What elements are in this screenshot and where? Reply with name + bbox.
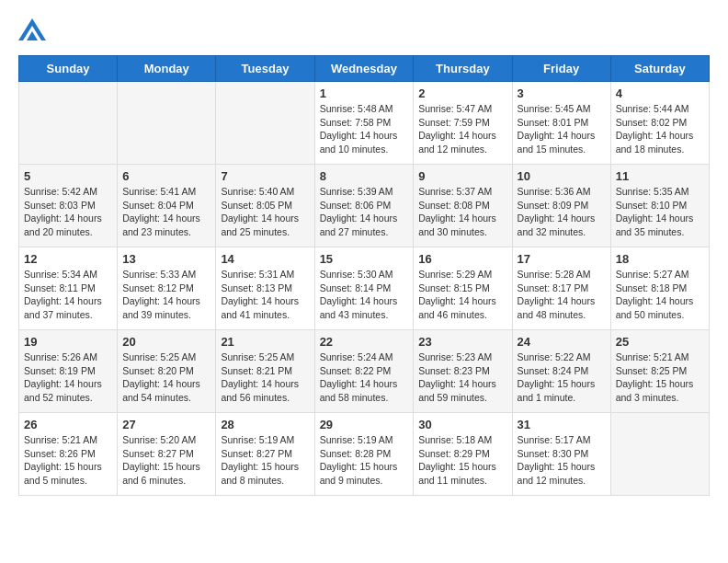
calendar-cell: 5Sunrise: 5:42 AM Sunset: 8:03 PM Daylig… xyxy=(19,165,118,247)
day-info: Sunrise: 5:44 AM Sunset: 8:02 PM Dayligh… xyxy=(616,102,704,156)
logo xyxy=(18,18,50,40)
calendar-week-3: 12Sunrise: 5:34 AM Sunset: 8:11 PM Dayli… xyxy=(19,247,710,330)
weekday-header-monday: Monday xyxy=(118,56,216,82)
day-info: Sunrise: 5:23 AM Sunset: 8:23 PM Dayligh… xyxy=(418,350,506,405)
day-number: 9 xyxy=(418,169,506,183)
day-info: Sunrise: 5:25 AM Sunset: 8:21 PM Dayligh… xyxy=(221,350,309,405)
calendar-cell: 19Sunrise: 5:26 AM Sunset: 8:19 PM Dayli… xyxy=(19,330,118,413)
day-number: 18 xyxy=(616,252,704,266)
calendar-cell: 10Sunrise: 5:36 AM Sunset: 8:09 PM Dayli… xyxy=(512,165,610,247)
calendar-cell: 7Sunrise: 5:40 AM Sunset: 8:05 PM Daylig… xyxy=(216,165,314,247)
calendar-cell: 18Sunrise: 5:27 AM Sunset: 8:18 PM Dayli… xyxy=(610,247,709,330)
calendar-table: SundayMondayTuesdayWednesdayThursdayFrid… xyxy=(18,55,710,496)
day-info: Sunrise: 5:37 AM Sunset: 8:08 PM Dayligh… xyxy=(418,185,506,239)
page-header xyxy=(18,18,710,40)
calendar-cell: 12Sunrise: 5:34 AM Sunset: 8:11 PM Dayli… xyxy=(19,247,118,330)
day-info: Sunrise: 5:33 AM Sunset: 8:12 PM Dayligh… xyxy=(122,268,210,322)
day-info: Sunrise: 5:42 AM Sunset: 8:03 PM Dayligh… xyxy=(24,185,112,239)
day-number: 3 xyxy=(518,86,606,100)
calendar-cell: 4Sunrise: 5:44 AM Sunset: 8:02 PM Daylig… xyxy=(610,82,709,165)
calendar-week-5: 26Sunrise: 5:21 AM Sunset: 8:26 PM Dayli… xyxy=(19,413,710,496)
day-info: Sunrise: 5:21 AM Sunset: 8:26 PM Dayligh… xyxy=(24,433,112,488)
day-number: 12 xyxy=(24,252,112,266)
day-number: 20 xyxy=(122,335,210,349)
day-info: Sunrise: 5:31 AM Sunset: 8:13 PM Dayligh… xyxy=(221,268,309,322)
day-number: 29 xyxy=(320,418,409,431)
calendar-week-2: 5Sunrise: 5:42 AM Sunset: 8:03 PM Daylig… xyxy=(19,165,710,247)
weekday-header-tuesday: Tuesday xyxy=(216,56,314,82)
day-info: Sunrise: 5:39 AM Sunset: 8:06 PM Dayligh… xyxy=(320,185,409,239)
calendar-week-4: 19Sunrise: 5:26 AM Sunset: 8:19 PM Dayli… xyxy=(19,330,710,413)
calendar-cell: 14Sunrise: 5:31 AM Sunset: 8:13 PM Dayli… xyxy=(216,247,314,330)
day-info: Sunrise: 5:17 AM Sunset: 8:30 PM Dayligh… xyxy=(518,433,606,488)
calendar-cell: 6Sunrise: 5:41 AM Sunset: 8:04 PM Daylig… xyxy=(118,165,216,247)
weekday-header-saturday: Saturday xyxy=(610,56,709,82)
calendar-cell: 25Sunrise: 5:21 AM Sunset: 8:25 PM Dayli… xyxy=(610,330,709,413)
calendar-cell: 3Sunrise: 5:45 AM Sunset: 8:01 PM Daylig… xyxy=(512,82,610,165)
calendar-cell: 15Sunrise: 5:30 AM Sunset: 8:14 PM Dayli… xyxy=(314,247,414,330)
calendar-cell: 8Sunrise: 5:39 AM Sunset: 8:06 PM Daylig… xyxy=(314,165,414,247)
day-info: Sunrise: 5:29 AM Sunset: 8:15 PM Dayligh… xyxy=(418,268,506,322)
day-number: 22 xyxy=(320,335,409,349)
calendar-cell: 29Sunrise: 5:19 AM Sunset: 8:28 PM Dayli… xyxy=(314,413,414,496)
day-number: 21 xyxy=(221,335,309,349)
day-number: 14 xyxy=(221,252,309,266)
day-number: 28 xyxy=(221,418,309,431)
day-number: 1 xyxy=(320,86,409,100)
day-info: Sunrise: 5:45 AM Sunset: 8:01 PM Dayligh… xyxy=(518,102,606,156)
calendar-cell: 2Sunrise: 5:47 AM Sunset: 7:59 PM Daylig… xyxy=(414,82,512,165)
day-info: Sunrise: 5:19 AM Sunset: 8:28 PM Dayligh… xyxy=(320,433,409,488)
weekday-header-thursday: Thursday xyxy=(414,56,512,82)
day-number: 27 xyxy=(122,418,210,431)
day-info: Sunrise: 5:48 AM Sunset: 7:58 PM Dayligh… xyxy=(320,102,409,156)
calendar-cell: 11Sunrise: 5:35 AM Sunset: 8:10 PM Dayli… xyxy=(610,165,709,247)
day-number: 19 xyxy=(24,335,112,349)
day-info: Sunrise: 5:35 AM Sunset: 8:10 PM Dayligh… xyxy=(616,185,704,239)
calendar-cell: 9Sunrise: 5:37 AM Sunset: 8:08 PM Daylig… xyxy=(414,165,512,247)
day-number: 30 xyxy=(418,418,506,431)
day-info: Sunrise: 5:36 AM Sunset: 8:09 PM Dayligh… xyxy=(518,185,606,239)
calendar-cell xyxy=(19,82,118,165)
calendar-header-row: SundayMondayTuesdayWednesdayThursdayFrid… xyxy=(19,56,710,82)
day-number: 13 xyxy=(122,252,210,266)
day-number: 25 xyxy=(616,335,704,349)
weekday-header-sunday: Sunday xyxy=(19,56,118,82)
calendar-cell: 1Sunrise: 5:48 AM Sunset: 7:58 PM Daylig… xyxy=(314,82,414,165)
day-number: 23 xyxy=(418,335,506,349)
day-number: 6 xyxy=(122,169,210,183)
calendar-cell xyxy=(610,413,709,496)
day-number: 10 xyxy=(518,169,606,183)
calendar-cell xyxy=(216,82,314,165)
day-info: Sunrise: 5:47 AM Sunset: 7:59 PM Dayligh… xyxy=(418,102,506,156)
day-info: Sunrise: 5:30 AM Sunset: 8:14 PM Dayligh… xyxy=(320,268,409,322)
day-info: Sunrise: 5:21 AM Sunset: 8:25 PM Dayligh… xyxy=(616,350,704,405)
day-info: Sunrise: 5:24 AM Sunset: 8:22 PM Dayligh… xyxy=(320,350,409,405)
calendar-cell: 30Sunrise: 5:18 AM Sunset: 8:29 PM Dayli… xyxy=(414,413,512,496)
calendar-cell: 31Sunrise: 5:17 AM Sunset: 8:30 PM Dayli… xyxy=(512,413,610,496)
day-number: 15 xyxy=(320,252,409,266)
day-info: Sunrise: 5:22 AM Sunset: 8:24 PM Dayligh… xyxy=(518,350,606,405)
day-info: Sunrise: 5:20 AM Sunset: 8:27 PM Dayligh… xyxy=(122,433,210,488)
day-number: 7 xyxy=(221,169,309,183)
day-number: 24 xyxy=(518,335,606,349)
day-info: Sunrise: 5:34 AM Sunset: 8:11 PM Dayligh… xyxy=(24,268,112,322)
day-info: Sunrise: 5:41 AM Sunset: 8:04 PM Dayligh… xyxy=(122,185,210,239)
day-number: 26 xyxy=(24,418,112,431)
calendar-cell: 21Sunrise: 5:25 AM Sunset: 8:21 PM Dayli… xyxy=(216,330,314,413)
weekday-header-friday: Friday xyxy=(512,56,610,82)
day-info: Sunrise: 5:26 AM Sunset: 8:19 PM Dayligh… xyxy=(24,350,112,405)
weekday-header-wednesday: Wednesday xyxy=(314,56,414,82)
day-number: 2 xyxy=(418,86,506,100)
day-info: Sunrise: 5:40 AM Sunset: 8:05 PM Dayligh… xyxy=(221,185,309,239)
day-number: 8 xyxy=(320,169,409,183)
calendar-cell: 13Sunrise: 5:33 AM Sunset: 8:12 PM Dayli… xyxy=(118,247,216,330)
day-number: 5 xyxy=(24,169,112,183)
day-number: 31 xyxy=(518,418,606,431)
calendar-cell xyxy=(118,82,216,165)
calendar-cell: 27Sunrise: 5:20 AM Sunset: 8:27 PM Dayli… xyxy=(118,413,216,496)
calendar-cell: 16Sunrise: 5:29 AM Sunset: 8:15 PM Dayli… xyxy=(414,247,512,330)
logo-icon xyxy=(18,18,46,40)
day-info: Sunrise: 5:18 AM Sunset: 8:29 PM Dayligh… xyxy=(418,433,506,488)
calendar-cell: 23Sunrise: 5:23 AM Sunset: 8:23 PM Dayli… xyxy=(414,330,512,413)
day-number: 11 xyxy=(616,169,704,183)
